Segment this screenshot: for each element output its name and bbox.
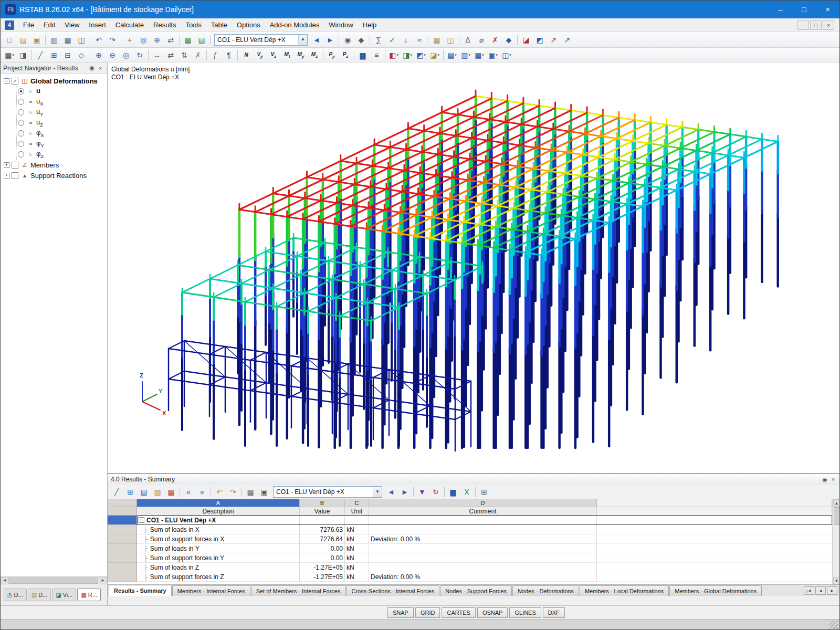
- status-snap-button[interactable]: SNAP: [387, 607, 414, 618]
- result-diagram-button[interactable]: ▆: [356, 49, 369, 61]
- load-case-combo[interactable]: CO1 - ELU Vent Dép +X ▼: [214, 34, 308, 46]
- navigator-tab-2[interactable]: ◪Vi...: [52, 589, 76, 601]
- column-letter-c[interactable]: C: [345, 499, 369, 507]
- import-table-button[interactable]: «: [182, 486, 195, 498]
- tab-nodes-deformations[interactable]: Nodes - Deformations: [512, 585, 579, 596]
- row-selector[interactable]: [108, 534, 137, 544]
- force-vz-button[interactable]: Vz: [267, 49, 280, 61]
- pin-icon[interactable]: ◉: [821, 475, 829, 484]
- function-button[interactable]: ƒ: [209, 49, 222, 61]
- menu-item-options[interactable]: Options: [232, 19, 265, 31]
- tab-members-internal-forces[interactable]: Members - Internal Forces: [172, 585, 250, 596]
- perspective-view-button[interactable]: ◆: [355, 34, 368, 46]
- dropdown-arrow-icon[interactable]: ▾: [482, 53, 484, 57]
- mdi-close-button[interactable]: ×: [823, 20, 834, 30]
- show-loads-button[interactable]: ↓: [400, 34, 412, 46]
- tab-members-global-deformations[interactable]: Members - Global Deformations: [669, 585, 762, 596]
- delete-object-button[interactable]: ✗: [192, 49, 204, 61]
- scroll-right-icon[interactable]: ►: [99, 577, 107, 584]
- color-bars-button[interactable]: ▥: [151, 486, 164, 498]
- edit-mode-button[interactable]: ╱: [34, 49, 47, 61]
- expand-icon[interactable]: +: [4, 162, 9, 168]
- status-grid-button[interactable]: GRID: [415, 607, 440, 618]
- navigator-tab-3[interactable]: ▦R...: [77, 589, 101, 601]
- results-case-combo[interactable]: CO1 - ELU Vent Dép +X ▼: [273, 486, 382, 498]
- mdi-restore-button[interactable]: □: [810, 20, 822, 30]
- crosshair-button[interactable]: +: [123, 34, 136, 46]
- zoom-out-button[interactable]: ⊖: [106, 49, 119, 61]
- refresh-table-button[interactable]: ↻: [429, 486, 442, 498]
- result-values-button[interactable]: ≡: [370, 49, 383, 61]
- next-tab-button[interactable]: ►: [827, 586, 837, 595]
- status-glines-button[interactable]: GLINES: [509, 607, 541, 618]
- move-object-button[interactable]: ↔: [151, 49, 163, 61]
- rstab-window-2-button[interactable]: ◩: [533, 34, 546, 46]
- force-vy-button[interactable]: Vy: [254, 49, 266, 61]
- visibility-5-button[interactable]: ◫▾: [500, 49, 513, 61]
- view-isometric-button[interactable]: ◪▾: [428, 49, 441, 61]
- group-row[interactable]: −CO1 - ELU Vent Dép +X: [108, 516, 832, 525]
- rendering-button[interactable]: ◨: [17, 49, 29, 61]
- status-dxf-button[interactable]: DXF: [543, 607, 565, 618]
- pan-view-button[interactable]: ⇄: [164, 34, 177, 46]
- zoom-window-button[interactable]: ⊕: [92, 49, 105, 61]
- numbering-button[interactable]: ⊞: [48, 49, 60, 61]
- undo-table-button[interactable]: ↶: [213, 486, 226, 498]
- dropdown-arrow-icon[interactable]: ▾: [424, 53, 426, 57]
- menu-item-add-on-modules[interactable]: Add-on Modules: [265, 19, 324, 31]
- zoom-in-button[interactable]: ⊕: [151, 34, 163, 46]
- moment-mz-button[interactable]: Mz: [308, 49, 321, 61]
- result-filter-button[interactable]: ▼: [416, 486, 428, 498]
- scroll-down-icon[interactable]: ▼: [833, 577, 840, 584]
- dropdown-arrow-icon[interactable]: ▾: [396, 53, 398, 57]
- save-button[interactable]: ▥: [48, 34, 60, 46]
- moment-mt-button[interactable]: Mt: [281, 49, 293, 61]
- next-load-case-button[interactable]: ►: [324, 34, 337, 46]
- menu-item-insert[interactable]: Insert: [84, 19, 111, 31]
- menu-item-help[interactable]: Help: [358, 19, 382, 31]
- tree-item-uy[interactable]: ≈uY: [18, 107, 107, 118]
- radio-button[interactable]: [18, 141, 24, 147]
- prev-result-button[interactable]: ◄: [385, 486, 397, 498]
- tab-members-local-deformations[interactable]: Members - Local Deformations: [580, 585, 669, 596]
- previous-load-case-button[interactable]: ◄: [310, 34, 323, 46]
- results-panel-header[interactable]: 4.0 Results - Summary ◉ ×: [108, 474, 840, 485]
- navigator-header[interactable]: Project Navigator - Results ◉ ×: [1, 62, 107, 74]
- edit-table-button[interactable]: ╱: [110, 486, 123, 498]
- model-viewport[interactable]: ZYX Global Deformations u [mm] CO1 : ELU…: [108, 62, 840, 473]
- reaction-py-button[interactable]: Py: [326, 49, 338, 61]
- visibility-2-button[interactable]: ▥▾: [459, 49, 472, 61]
- menu-item-file[interactable]: File: [18, 19, 39, 31]
- tree-item-phiy[interactable]: ≈φY: [18, 139, 107, 149]
- snap-settings-button[interactable]: ⊟: [61, 49, 74, 61]
- print-graphic-button[interactable]: ▦: [61, 34, 74, 46]
- tab-cross-sections-internal-forces[interactable]: Cross-Sections - Internal Forces: [346, 585, 439, 596]
- radio-button[interactable]: [18, 120, 24, 126]
- reaction-pz-button[interactable]: Pz: [339, 49, 352, 61]
- table-views-button[interactable]: ▤: [138, 486, 150, 498]
- tree-item-members-checkbox[interactable]: [12, 162, 18, 169]
- dropdown-arrow-icon[interactable]: ▾: [496, 53, 498, 57]
- rstab-window-1-button[interactable]: ◪: [520, 34, 532, 46]
- close-navigator-icon[interactable]: ×: [96, 64, 104, 72]
- mirror-object-button[interactable]: ⇅: [178, 49, 191, 61]
- table-row[interactable]: ├Sum of loads in Y0.00kN: [108, 544, 832, 553]
- undo-button[interactable]: ↶: [92, 34, 105, 46]
- navigator-tab-1[interactable]: ▤D...: [28, 589, 51, 601]
- navigator-tab-0[interactable]: ◎D...: [4, 589, 27, 601]
- chevron-down-icon[interactable]: ▼: [298, 35, 307, 45]
- expand-icon[interactable]: +: [4, 173, 9, 178]
- printout-report-button[interactable]: ◫: [444, 34, 457, 46]
- tree-item-phix[interactable]: ≈φX: [18, 128, 107, 139]
- section-button[interactable]: ⌀: [475, 34, 488, 46]
- row-selector[interactable]: [108, 525, 137, 534]
- dropdown-arrow-icon[interactable]: ▾: [455, 53, 457, 57]
- radio-button[interactable]: [18, 109, 24, 116]
- visibility-1-button[interactable]: ▤▾: [446, 49, 458, 61]
- tree-item-support-reactions-checkbox[interactable]: [12, 172, 18, 179]
- tab-nodes-support-forces[interactable]: Nodes - Support Forces: [440, 585, 512, 596]
- menu-item-view[interactable]: View: [60, 19, 84, 31]
- display-properties-button[interactable]: ▦▾: [3, 49, 16, 61]
- scroll-left-icon[interactable]: ◄: [1, 577, 9, 584]
- table-row[interactable]: ├Sum of loads in X7276.63kN: [108, 525, 832, 534]
